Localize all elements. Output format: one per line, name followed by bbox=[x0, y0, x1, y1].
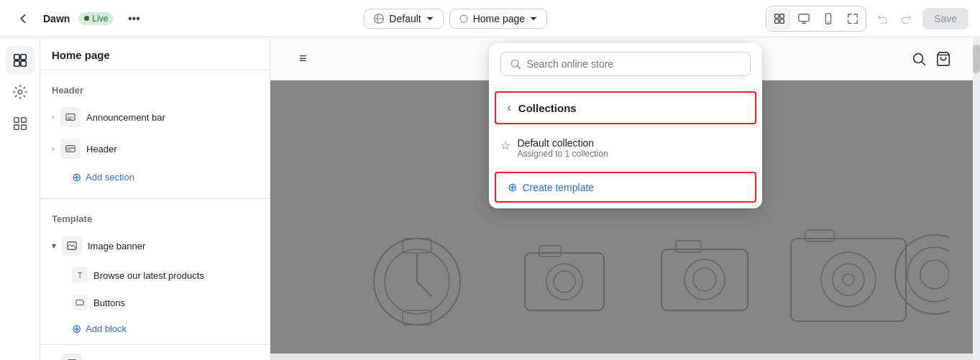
announcement-bar-item[interactable]: › Announcement bar bbox=[40, 101, 270, 133]
svg-rect-20 bbox=[76, 300, 83, 305]
collections-label: Collections bbox=[518, 102, 577, 114]
header-item-chevron: › bbox=[52, 144, 55, 154]
image-banner-expand-icon: ▾ bbox=[52, 241, 56, 251]
svg-rect-13 bbox=[14, 118, 18, 122]
fullscreen-button[interactable] bbox=[841, 8, 864, 29]
panel-title: Home page bbox=[40, 37, 270, 67]
dropdown-panel: ‹ Collections ☆ Default collection Assig… bbox=[489, 43, 762, 208]
svg-rect-15 bbox=[14, 125, 18, 129]
create-template-button[interactable]: ⊕ Create template bbox=[495, 172, 756, 203]
image-banner-icon bbox=[62, 236, 82, 256]
main-layout: Home page Header › Announcement bar › bbox=[0, 37, 980, 360]
collection-item[interactable]: ☆ Default collection Assigned to 1 colle… bbox=[489, 130, 762, 166]
svg-rect-8 bbox=[14, 55, 19, 60]
svg-rect-16 bbox=[21, 125, 25, 129]
create-template-label: Create template bbox=[523, 182, 595, 193]
svg-point-43 bbox=[511, 60, 518, 67]
svg-rect-5 bbox=[799, 14, 809, 21]
buttons-item[interactable]: Buttons bbox=[40, 289, 270, 316]
svg-rect-1 bbox=[775, 14, 779, 17]
svg-rect-2 bbox=[780, 14, 784, 17]
redo-button[interactable] bbox=[895, 7, 918, 30]
settings-icon-button[interactable] bbox=[6, 78, 35, 106]
topbar: Dawn Live ••• Default Home page bbox=[0, 0, 980, 37]
add-block-label: Add block bbox=[86, 323, 127, 334]
page-label: Home page bbox=[473, 13, 525, 24]
search-box bbox=[500, 52, 751, 76]
create-template-plus-icon: ⊕ bbox=[508, 180, 517, 194]
more-button[interactable]: ••• bbox=[122, 7, 145, 30]
buttons-label: Buttons bbox=[93, 297, 125, 308]
add-block-link[interactable]: ⊕ Add block bbox=[40, 316, 270, 341]
apps-icon-button[interactable] bbox=[6, 109, 35, 138]
search-box-icon bbox=[510, 58, 521, 70]
icon-sidebar bbox=[0, 37, 40, 360]
browse-products-label: Browse our latest products bbox=[93, 270, 204, 281]
search-row bbox=[489, 43, 762, 86]
announcement-bar-label: Announcement bar bbox=[86, 112, 165, 123]
announcement-bar-chevron: › bbox=[52, 112, 55, 122]
save-button[interactable]: Save bbox=[922, 8, 968, 29]
svg-rect-14 bbox=[21, 118, 25, 122]
page-selector[interactable]: Home page bbox=[449, 9, 547, 29]
customize-view-button[interactable] bbox=[768, 8, 791, 29]
topbar-left: Dawn Live ••• bbox=[12, 7, 145, 30]
buttons-icon bbox=[72, 295, 88, 310]
search-input[interactable] bbox=[527, 58, 741, 70]
undo-redo-group bbox=[871, 7, 918, 30]
svg-rect-10 bbox=[14, 61, 19, 66]
mobile-view-button[interactable] bbox=[817, 8, 840, 29]
divider-1 bbox=[40, 70, 270, 70]
theme-label: Default bbox=[389, 13, 421, 24]
collection-info: Default collection Assigned to 1 collect… bbox=[518, 137, 608, 159]
back-button[interactable] bbox=[12, 7, 35, 30]
browse-products-icon: T bbox=[72, 267, 88, 283]
preview-area: ≡ : Store bbox=[270, 37, 980, 360]
collections-header[interactable]: ‹ Collections bbox=[495, 91, 756, 124]
sections-icon-button[interactable] bbox=[6, 46, 35, 75]
header-section-group: Header › Announcement bar › bbox=[40, 73, 270, 195]
svg-rect-11 bbox=[20, 61, 25, 66]
rich-text-item[interactable]: ▾ Rich text bbox=[40, 348, 270, 360]
add-block-plus-icon: ⊕ bbox=[72, 322, 81, 336]
dropdown-overlay: ‹ Collections ☆ Default collection Assig… bbox=[270, 37, 980, 360]
divider-3 bbox=[40, 344, 270, 345]
rich-text-icon bbox=[62, 354, 82, 360]
svg-point-12 bbox=[18, 90, 22, 94]
browse-products-item[interactable]: T Browse our latest products bbox=[40, 262, 270, 289]
collection-name: Default collection bbox=[518, 137, 608, 149]
live-dot bbox=[84, 16, 89, 21]
back-chevron-icon: ‹ bbox=[508, 101, 511, 114]
image-banner-label: Image banner bbox=[88, 241, 145, 251]
header-icon bbox=[60, 139, 81, 159]
topbar-center: Default Home page bbox=[364, 9, 547, 29]
divider-2 bbox=[40, 198, 270, 199]
svg-rect-3 bbox=[775, 19, 779, 22]
collection-star-icon: ☆ bbox=[500, 139, 510, 152]
panel-sidebar: Home page Header › Announcement bar › bbox=[40, 37, 270, 360]
svg-rect-18 bbox=[66, 146, 75, 152]
svg-rect-4 bbox=[780, 19, 784, 22]
view-switcher bbox=[766, 6, 866, 32]
live-label: Live bbox=[92, 14, 108, 24]
svg-rect-9 bbox=[20, 55, 25, 60]
image-banner-item[interactable]: ▾ Image banner bbox=[40, 230, 270, 262]
collection-sub: Assigned to 1 collection bbox=[518, 149, 608, 159]
add-section-link[interactable]: ⊕ Add section bbox=[40, 165, 270, 190]
announcement-bar-icon bbox=[60, 107, 81, 127]
undo-button[interactable] bbox=[871, 7, 894, 30]
theme-selector[interactable]: Default bbox=[364, 9, 443, 29]
add-section-label: Add section bbox=[86, 172, 134, 183]
header-section-title: Header bbox=[40, 79, 270, 101]
live-badge: Live bbox=[78, 12, 114, 25]
template-section-title: Template bbox=[40, 208, 270, 230]
add-section-plus-icon: ⊕ bbox=[72, 170, 81, 184]
template-section-group: Template ▾ Image banner T Browse our lat… bbox=[40, 202, 270, 360]
header-item[interactable]: › Header bbox=[40, 133, 270, 165]
app-name: Dawn bbox=[43, 13, 70, 24]
svg-point-7 bbox=[828, 21, 829, 22]
topbar-right: Save bbox=[766, 6, 968, 32]
header-label: Header bbox=[86, 144, 117, 154]
desktop-view-button[interactable] bbox=[792, 8, 815, 29]
